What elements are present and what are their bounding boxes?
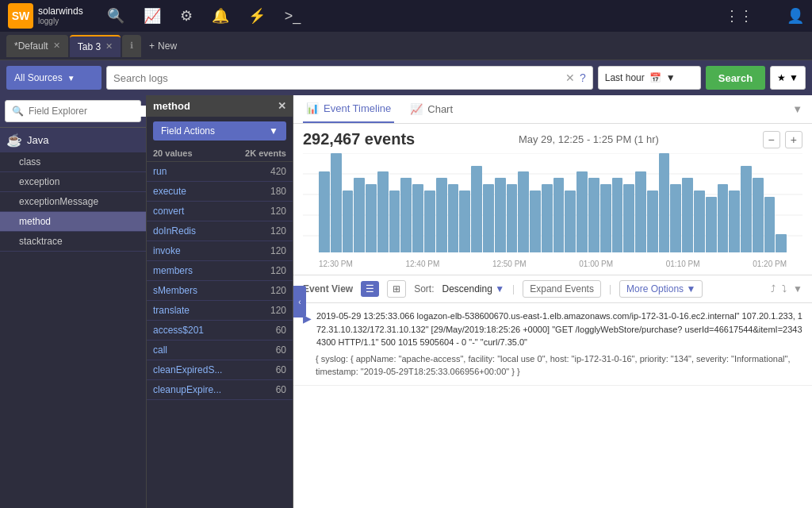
- sidebar-item-class[interactable]: class: [0, 152, 146, 172]
- field-value-row[interactable]: doInRedis120: [147, 221, 293, 241]
- field-value-row[interactable]: translate120: [147, 301, 293, 321]
- sidebar-item-method[interactable]: method: [0, 212, 146, 232]
- bar[interactable]: [670, 184, 681, 252]
- tab-info[interactable]: ℹ: [122, 35, 141, 57]
- bar[interactable]: [471, 166, 482, 252]
- sidebar-item-exceptionmessage[interactable]: exceptionMessage: [0, 192, 146, 212]
- bar[interactable]: [530, 190, 541, 252]
- field-value-row[interactable]: access$20160: [147, 321, 293, 341]
- bar[interactable]: [495, 178, 506, 252]
- event-view-grid-button[interactable]: ⊞: [387, 280, 406, 298]
- bar[interactable]: [424, 190, 435, 252]
- zoom-out-button[interactable]: −: [763, 131, 780, 148]
- bar[interactable]: [647, 190, 658, 252]
- bar[interactable]: [412, 184, 423, 252]
- bar[interactable]: [518, 171, 529, 252]
- search-button[interactable]: Search: [706, 66, 765, 90]
- expand-events-button[interactable]: Expand Events: [523, 280, 601, 298]
- nav-bell-icon[interactable]: 🔔: [209, 4, 232, 28]
- source-selector[interactable]: All Sources ▼: [6, 66, 102, 90]
- bar[interactable]: [319, 171, 330, 252]
- sidebar-item-stacktrace[interactable]: stacktrace: [0, 232, 146, 252]
- tab-chart[interactable]: 📈 Chart: [407, 95, 456, 123]
- bar[interactable]: [331, 153, 342, 252]
- tab-event-timeline[interactable]: 📊 Event Timeline: [303, 95, 394, 123]
- search-input[interactable]: [113, 72, 561, 84]
- tab-3[interactable]: Tab 3 ✕: [70, 35, 121, 57]
- tab-default[interactable]: *Default ✕: [6, 35, 68, 57]
- field-value-name: translate: [153, 305, 190, 316]
- bar[interactable]: [565, 190, 576, 252]
- sort-descending-button[interactable]: Descending ▼: [442, 283, 504, 294]
- export-icon[interactable]: ⤵: [782, 283, 787, 294]
- options-icon[interactable]: ▼: [793, 283, 802, 294]
- favorites-button[interactable]: ★ ▼: [770, 66, 806, 90]
- field-value-row[interactable]: sMembers120: [147, 281, 293, 301]
- nav-apps-icon[interactable]: ⋮⋮: [725, 7, 753, 25]
- search-help-icon[interactable]: ?: [580, 71, 586, 84]
- bar[interactable]: [448, 184, 459, 252]
- bar[interactable]: [718, 184, 729, 252]
- bar[interactable]: [729, 190, 740, 252]
- sidebar-item-exception[interactable]: exception: [0, 172, 146, 192]
- bar[interactable]: [343, 190, 354, 252]
- bar[interactable]: [588, 178, 599, 252]
- nav-grid-icon[interactable]: ⚙: [177, 4, 196, 28]
- bar[interactable]: [764, 197, 776, 252]
- bar[interactable]: [682, 178, 693, 252]
- more-options-button[interactable]: More Options ▼: [619, 280, 703, 298]
- field-value-row[interactable]: members120: [147, 261, 293, 281]
- bar[interactable]: [741, 166, 752, 252]
- bar[interactable]: [483, 184, 494, 252]
- field-value-row[interactable]: cleanExpiredS...60: [147, 360, 293, 380]
- bar[interactable]: [400, 178, 412, 252]
- bar[interactable]: [507, 184, 518, 252]
- field-value-row[interactable]: convert120: [147, 202, 293, 221]
- bar[interactable]: [436, 178, 447, 252]
- event-view-list-button[interactable]: ☰: [361, 281, 379, 297]
- bar[interactable]: [553, 178, 565, 252]
- bar[interactable]: [706, 197, 717, 252]
- field-value-row[interactable]: run420: [147, 162, 293, 182]
- bar[interactable]: [542, 184, 553, 252]
- bar[interactable]: [612, 178, 623, 252]
- sidebar-collapse-toggle[interactable]: ‹: [293, 286, 306, 318]
- new-tab-button[interactable]: + New: [143, 37, 183, 55]
- nav-search-icon[interactable]: 🔍: [104, 4, 128, 28]
- tab-3-close[interactable]: ✕: [105, 41, 113, 52]
- field-value-row[interactable]: execute180: [147, 182, 293, 202]
- field-panel-close[interactable]: ✕: [278, 100, 286, 112]
- tab-info-icon: ℹ: [130, 40, 133, 51]
- bar[interactable]: [389, 190, 400, 252]
- bar[interactable]: [694, 190, 705, 252]
- bar[interactable]: [600, 184, 611, 252]
- nav-settings-icon[interactable]: ⚡: [245, 4, 269, 28]
- nav-chart-icon[interactable]: 📈: [140, 4, 164, 28]
- log-text: 2019-05-29 13:25:33.066 logazon-elb-5386…: [316, 310, 802, 349]
- nav-terminal-icon[interactable]: >_: [282, 5, 304, 28]
- field-value-row[interactable]: invoke120: [147, 241, 293, 261]
- field-actions-button[interactable]: Field Actions ▼: [153, 121, 286, 140]
- tab-default-close[interactable]: ✕: [53, 40, 60, 51]
- field-explorer-input[interactable]: [29, 106, 147, 117]
- share-icon[interactable]: ⤴: [771, 283, 776, 294]
- bar[interactable]: [366, 184, 377, 252]
- time-selector[interactable]: Last hour 📅 ▼: [598, 66, 701, 90]
- field-value-row[interactable]: call60: [147, 341, 293, 360]
- bar[interactable]: [377, 171, 389, 252]
- bar[interactable]: [776, 234, 787, 252]
- bar[interactable]: [623, 184, 634, 252]
- bar[interactable]: [753, 178, 764, 252]
- chart-expand-icon[interactable]: ▼: [792, 103, 802, 115]
- field-value-row[interactable]: cleanupExpire...60: [147, 380, 293, 400]
- bar[interactable]: [635, 171, 646, 252]
- zoom-in-button[interactable]: +: [785, 131, 802, 148]
- search-clear-icon[interactable]: ✕: [565, 71, 575, 84]
- sidebar-group-java[interactable]: ☕ Java: [0, 127, 146, 152]
- bar[interactable]: [576, 171, 588, 252]
- bar[interactable]: [354, 178, 365, 252]
- field-stats-events: 2K events: [245, 148, 286, 158]
- bar[interactable]: [659, 153, 670, 252]
- bar[interactable]: [459, 190, 470, 252]
- nav-user-icon[interactable]: 👤: [787, 7, 804, 25]
